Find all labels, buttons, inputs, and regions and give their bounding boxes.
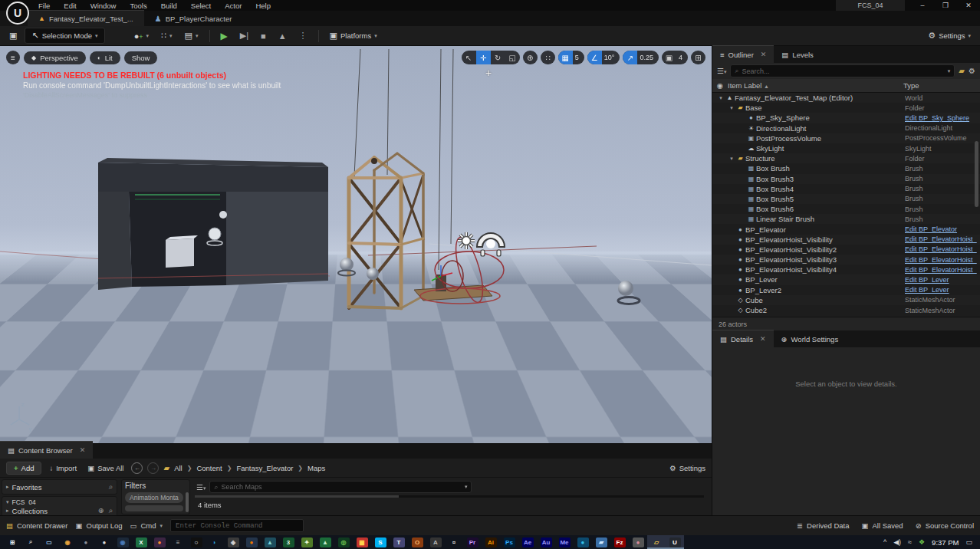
outliner-row[interactable]: ● BP_Elevator Edit BP_Elevator bbox=[712, 224, 980, 234]
platforms-dropdown[interactable]: ▣Platforms▾ bbox=[325, 28, 382, 43]
surface-snap-button[interactable]: ∷ bbox=[541, 51, 555, 64]
gear-icon[interactable]: ⚙ bbox=[968, 67, 975, 75]
outliner-row[interactable]: ▦ Linear Stair Brush Brush bbox=[712, 214, 980, 224]
app-dark-icon[interactable]: ◈ bbox=[224, 535, 242, 549]
back-button[interactable]: ← bbox=[131, 462, 143, 474]
sphere-actor[interactable] bbox=[618, 281, 640, 304]
add-actor-dropdown[interactable]: ●+▾ bbox=[130, 29, 153, 43]
outliner-row[interactable]: ☀ DirectionalLight DirectionalLight bbox=[712, 123, 980, 133]
show-dropdown[interactable]: Show bbox=[124, 51, 158, 64]
excel-icon[interactable]: X bbox=[132, 535, 150, 549]
search-icon[interactable]: ⌕ bbox=[109, 506, 113, 515]
maximize-button[interactable]: ❐ bbox=[934, 2, 957, 9]
app-badge-icon[interactable]: ≡ bbox=[169, 535, 187, 549]
actor-type[interactable]: Brush bbox=[905, 185, 980, 192]
actor-type[interactable]: Edit BP_ElevatorHoist_ bbox=[905, 266, 980, 274]
rotate-tool-button[interactable]: ↻ bbox=[491, 51, 505, 64]
tab-levels[interactable]: ▤ Levels bbox=[774, 46, 821, 63]
filter-icon[interactable]: ☰▾ bbox=[196, 483, 206, 491]
outliner-row[interactable]: ● BP_Lever Edit BP_Lever bbox=[712, 274, 980, 284]
close-tab-icon[interactable]: ✕ bbox=[760, 335, 766, 343]
actor-type[interactable]: Brush bbox=[905, 175, 980, 182]
security-icon[interactable]: ❖ bbox=[919, 538, 925, 546]
search-icon[interactable]: ⌕ bbox=[109, 482, 113, 491]
file-explorer-icon[interactable]: ▱ bbox=[647, 535, 666, 549]
tab-blueprint[interactable]: ♟ BP_PlayerCharacter bbox=[144, 11, 243, 26]
notification-icon[interactable]: ▭ bbox=[965, 538, 972, 546]
viewport-options-button[interactable]: ≡ bbox=[6, 51, 20, 64]
search-icon[interactable]: ⌕ bbox=[21, 535, 40, 549]
edge-icon[interactable]: ● bbox=[574, 535, 592, 549]
premiere-icon[interactable]: Pr bbox=[463, 535, 482, 549]
directional-light-sprite[interactable] bbox=[458, 232, 475, 249]
filter-icon[interactable]: ☰▾ bbox=[717, 67, 726, 75]
forward-button[interactable]: → bbox=[147, 462, 159, 474]
firefox-icon[interactable]: ● bbox=[150, 535, 169, 549]
source-control-button[interactable]: ⊘Source Control bbox=[916, 521, 974, 530]
teams-icon[interactable]: T bbox=[390, 535, 408, 549]
illustrator-icon[interactable]: Ai bbox=[482, 535, 500, 549]
audition-icon[interactable]: Au bbox=[537, 535, 555, 549]
actor-type[interactable]: Folder bbox=[905, 104, 980, 112]
outliner-row[interactable]: ▾ ▰ Base Folder bbox=[712, 103, 980, 113]
save-button[interactable]: ▣ bbox=[5, 28, 21, 43]
grid-snap-button[interactable]: ▦ bbox=[558, 51, 573, 64]
blueprints-dropdown[interactable]: ∷▾ bbox=[156, 28, 177, 43]
skip-button[interactable]: ▶| bbox=[235, 28, 253, 43]
stop-button[interactable]: ■ bbox=[256, 29, 271, 43]
outliner-row[interactable]: ▣ PostProcessVolume PostProcessVolume bbox=[712, 133, 980, 143]
app-paw-icon[interactable]: ● bbox=[95, 535, 113, 549]
outliner-row[interactable]: ◇ Cube StaticMeshActor bbox=[712, 295, 980, 305]
actor-type[interactable]: Edit BP_ElevatorHoist_ bbox=[905, 245, 980, 253]
actor-type[interactable]: SkyLight bbox=[905, 145, 980, 153]
menu-item[interactable]: Tools bbox=[123, 1, 153, 11]
play-options-button[interactable]: ⋮ bbox=[294, 28, 312, 43]
3d-viewport[interactable]: z y ≡ ◆Perspective ◐Lit Show LIGHTING NE… bbox=[0, 46, 712, 443]
tab-content-browser[interactable]: ▤ Content Browser ✕ bbox=[0, 441, 93, 459]
camera-speed-button[interactable]: ▣ bbox=[662, 51, 676, 64]
favorites-section[interactable]: ▸ Favorites ⌕ bbox=[6, 482, 113, 492]
actor-type[interactable]: Folder bbox=[905, 155, 980, 163]
actor-type[interactable]: Brush bbox=[905, 195, 980, 202]
item-label-column-header[interactable]: Item Label ▲ bbox=[728, 81, 903, 90]
tab-level[interactable]: ▲ Fantasy_Elevator_Test_... bbox=[28, 10, 144, 26]
menu-item[interactable]: Actor bbox=[219, 1, 248, 11]
outliner-row[interactable]: ▦ Box Brush6 Brush bbox=[712, 204, 980, 214]
actor-type[interactable]: DirectionalLight bbox=[905, 124, 980, 132]
editor-settings-dropdown[interactable]: ⚙Settings▾ bbox=[923, 28, 975, 43]
actor-type[interactable]: PostProcessVolume bbox=[905, 134, 980, 142]
perspective-dropdown[interactable]: ◆Perspective bbox=[24, 51, 86, 64]
all-saved-button[interactable]: ▣All Saved bbox=[862, 521, 903, 530]
minimize-button[interactable]: – bbox=[911, 2, 934, 9]
volume-icon[interactable]: ◀) bbox=[893, 538, 901, 546]
clock[interactable]: 9:37 PM bbox=[932, 538, 959, 547]
outliner-row[interactable]: ▦ Box Brush5 Brush bbox=[712, 194, 980, 204]
outliner-row[interactable]: ▦ Box Brush Brush bbox=[712, 163, 980, 173]
visibility-column-eye-icon[interactable]: ◉ bbox=[712, 81, 728, 90]
actor-type[interactable]: World bbox=[905, 94, 980, 102]
menu-item[interactable]: Help bbox=[249, 1, 277, 11]
windows-start-icon[interactable]: ⊞ bbox=[3, 535, 21, 549]
actor-type[interactable]: Edit BP_ElevatorHoist_ bbox=[905, 256, 980, 264]
app-shield-icon[interactable]: ▲ bbox=[261, 535, 279, 549]
close-tab-icon[interactable]: ✕ bbox=[761, 51, 767, 58]
expander-icon[interactable]: ▾ bbox=[717, 95, 725, 101]
breadcrumb-item[interactable]: Fantasy_Elevator❯ bbox=[236, 464, 303, 472]
filter-chip[interactable] bbox=[125, 505, 183, 511]
cinematics-dropdown[interactable]: ▤▾ bbox=[180, 28, 203, 43]
steam-icon[interactable]: ◉ bbox=[113, 535, 132, 549]
close-button[interactable]: ✕ bbox=[957, 2, 980, 9]
content-drawer-button[interactable]: ▤Content Drawer bbox=[6, 521, 68, 530]
cmd-dropdown[interactable]: ▭Cmd▾ bbox=[130, 521, 163, 530]
breadcrumb-item[interactable]: All❯ bbox=[174, 464, 192, 472]
content-search-input[interactable]: ⌕ Search Maps ▾ bbox=[209, 481, 472, 493]
actor-type[interactable]: Edit BP_Sky_Sphere bbox=[905, 114, 980, 122]
lit-dropdown[interactable]: ◐Lit bbox=[90, 51, 120, 64]
outliner-row[interactable]: ▦ Box Brush3 Brush bbox=[712, 174, 980, 184]
outliner-row[interactable]: ● BP_ElevatorHoist_Visibility4 Edit BP_E… bbox=[712, 265, 980, 274]
menu-item[interactable]: Window bbox=[84, 1, 123, 11]
maximize-viewport-button[interactable]: ⊞ bbox=[691, 51, 705, 64]
breadcrumb-item[interactable]: Maps❯ bbox=[307, 464, 325, 472]
filters-scrollbar[interactable] bbox=[186, 492, 189, 512]
move-tool-button[interactable]: ✛ bbox=[476, 51, 491, 64]
